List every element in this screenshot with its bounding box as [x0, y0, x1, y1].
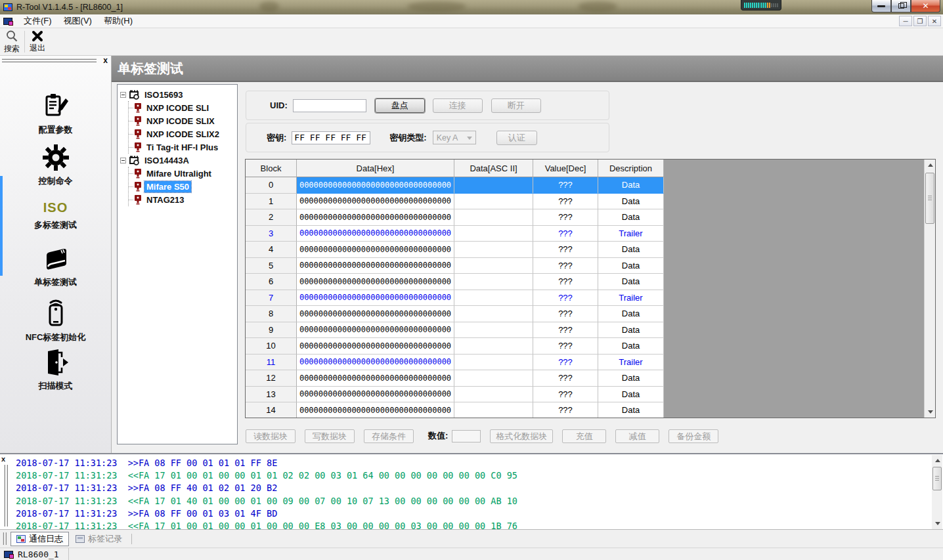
- log-close-icon[interactable]: x: [1, 455, 5, 463]
- search-icon-slot: [5, 30, 18, 43]
- scroll-up-icon[interactable]: [925, 160, 936, 171]
- sidebar-item-6[interactable]: 扫描模式: [0, 345, 111, 396]
- tree-item-NXP-ICODE-SLI[interactable]: NXP ICODE SLI: [129, 101, 236, 114]
- table-row[interactable]: 600000000000000000000000000000000???Data: [246, 274, 925, 290]
- status-separator: [68, 548, 69, 560]
- tab-bar-grip[interactable]: [3, 532, 7, 545]
- cell-asccell: [454, 306, 533, 322]
- tree-expander-icon[interactable]: [120, 92, 126, 98]
- cell-desccell: Trailer: [598, 355, 664, 371]
- tab-tag-record[interactable]: 标签记录: [70, 532, 127, 546]
- close-button[interactable]: ✕: [911, 0, 940, 12]
- cell-valcell: ???: [533, 290, 598, 307]
- scroll-down-icon[interactable]: [925, 406, 936, 418]
- menu-item-0[interactable]: 文件(F): [18, 14, 58, 28]
- table-scrollbar-thumb[interactable]: [925, 173, 934, 224]
- write-block-button[interactable]: 写数据块: [305, 429, 355, 443]
- cell-asccell: [454, 290, 533, 307]
- cell-blockcell: 14: [246, 402, 297, 418]
- sidebar-item-5[interactable]: NFC标签初始化: [0, 293, 111, 345]
- table-row[interactable]: 000000000000000000000000000000000???Data: [246, 177, 925, 194]
- table-row[interactable]: 100000000000000000000000000000000???Data: [246, 194, 925, 210]
- mdi-restore-button[interactable]: ❐: [913, 16, 927, 26]
- tree-item-Ti-Tag-it-HF-I-Plus[interactable]: Ti Tag-it HF-I Plus: [129, 140, 236, 154]
- table-row[interactable]: 1100000000000000000000000000000000???Tra…: [246, 355, 925, 371]
- table-row[interactable]: 400000000000000000000000000000000???Data: [246, 242, 925, 258]
- minimize-button[interactable]: [871, 0, 891, 12]
- table-row[interactable]: 1400000000000000000000000000000000???Dat…: [246, 402, 925, 418]
- format-block-button[interactable]: 格式化数据块: [490, 429, 553, 443]
- value-input[interactable]: [452, 430, 481, 442]
- tree-children-ISO15693: NXP ICODE SLI NXP ICODE SLIX NXP ICODE S…: [128, 101, 236, 154]
- log-scroll-down-icon[interactable]: [932, 518, 943, 529]
- table-row[interactable]: 800000000000000000000000000000000???Data: [246, 306, 925, 322]
- tree-item-Mifare-Ultralight[interactable]: Mifare Ultralight: [129, 167, 236, 180]
- audio-meter-widget: [741, 0, 781, 11]
- mdi-close-button[interactable]: ✕: [928, 16, 941, 26]
- cell-desccell: Data: [598, 209, 664, 226]
- menu-item-1[interactable]: 视图(V): [58, 14, 98, 28]
- tree-group-ISO14443A[interactable]: ISO14443A: [119, 154, 236, 167]
- sidebar-close-icon[interactable]: x: [103, 56, 108, 65]
- menu-item-2[interactable]: 帮助(H): [98, 14, 139, 28]
- connect-button[interactable]: 连接: [433, 98, 483, 113]
- search-button-label: 搜索: [4, 43, 20, 54]
- tree-item-Mifare-S50[interactable]: Mifare S50: [129, 180, 236, 193]
- tab-communication-log[interactable]: 通信日志: [11, 532, 69, 546]
- recharge-button[interactable]: 充值: [562, 429, 606, 443]
- key-type-combo[interactable]: Key A: [433, 131, 476, 144]
- log-line: 2018-07-17 11:31:23 >>FA 08 FF 00 01 03 …: [16, 507, 930, 520]
- table-row[interactable]: 1200000000000000000000000000000000???Dat…: [246, 370, 925, 387]
- log-scrollbar-thumb[interactable]: [932, 467, 942, 490]
- column-header-Data[ASC II][interactable]: Data[ASC II]: [454, 160, 533, 177]
- log-panel-grip[interactable]: [4, 465, 8, 527]
- table-row[interactable]: 700000000000000000000000000000000???Trai…: [246, 290, 925, 307]
- uid-input[interactable]: [293, 99, 366, 112]
- deduct-button[interactable]: 减值: [615, 429, 659, 443]
- disconnect-button[interactable]: 断开: [491, 98, 541, 113]
- tree-item-label: Mifare S50: [144, 181, 191, 192]
- read-block-button[interactable]: 读数据块: [246, 429, 296, 443]
- backup-amount-button[interactable]: 备份金额: [669, 429, 718, 443]
- tree-item-NXP-ICODE-SLIX2[interactable]: NXP ICODE SLIX2: [129, 127, 236, 140]
- cell-hexcell: 00000000000000000000000000000000: [297, 387, 454, 403]
- tree-item-NTAG213[interactable]: NTAG213: [129, 193, 236, 206]
- table-row[interactable]: 1300000000000000000000000000000000???Dat…: [246, 387, 925, 403]
- table-row[interactable]: 300000000000000000000000000000000???Trai…: [246, 226, 925, 242]
- sidebar-selection-indicator: [0, 176, 3, 276]
- log-lines-container: 2018-07-17 11:31:23 >>FA 08 FF 00 01 01 …: [16, 457, 930, 529]
- table-row[interactable]: 1000000000000000000000000000000000???Dat…: [246, 338, 925, 355]
- restore-button[interactable]: [891, 0, 911, 12]
- tree-group-ISO15693[interactable]: ISO15693: [119, 88, 236, 101]
- sidebar-item-3[interactable]: ISO多标签测试: [0, 191, 111, 242]
- uid-groupbox: UID: 盘点 连接 断开: [246, 91, 609, 120]
- column-header-Block[interactable]: Block: [246, 160, 297, 177]
- inventory-button[interactable]: 盘点: [375, 98, 425, 113]
- tree-expander-icon[interactable]: [120, 158, 126, 163]
- tag-icon: [134, 102, 142, 113]
- key-input[interactable]: [292, 131, 370, 144]
- column-header-Data[Hex][interactable]: Data[Hex]: [297, 160, 454, 177]
- log-vertical-scrollbar[interactable]: [932, 455, 942, 529]
- table-row[interactable]: 500000000000000000000000000000000???Data: [246, 258, 925, 274]
- table-row[interactable]: 900000000000000000000000000000000???Data: [246, 322, 925, 339]
- sidebar-item-1[interactable]: 配置参数: [0, 89, 111, 140]
- cell-hexcell: 00000000000000000000000000000000: [297, 306, 454, 322]
- sidebar-item-4[interactable]: 单标签测试: [0, 242, 111, 293]
- column-header-Value[Dec][interactable]: Value[Dec]: [533, 160, 598, 177]
- tree-item-NXP-ICODE-SLIX[interactable]: NXP ICODE SLIX: [129, 114, 236, 127]
- search-button[interactable]: 搜索: [0, 28, 24, 55]
- cell-hexcell: 00000000000000000000000000000000: [297, 242, 454, 258]
- workspace: x 配置参数 控制命令ISO多标签测试 单标签测: [0, 56, 943, 453]
- column-header-Description[interactable]: Description: [598, 160, 664, 177]
- store-condition-button[interactable]: 存储条件: [364, 429, 414, 443]
- log-scroll-up-icon[interactable]: [932, 455, 943, 466]
- auth-button[interactable]: 认证: [496, 131, 537, 145]
- cell-valcell: ???: [533, 194, 598, 210]
- table-vertical-scrollbar[interactable]: [924, 160, 935, 418]
- exit-button[interactable]: 退出: [26, 28, 49, 55]
- sidebar-grip[interactable]: [2, 58, 97, 62]
- sidebar-item-2[interactable]: 控制命令: [0, 140, 111, 191]
- mdi-minimize-button[interactable]: ─: [899, 16, 912, 26]
- table-row[interactable]: 200000000000000000000000000000000???Data: [246, 209, 925, 226]
